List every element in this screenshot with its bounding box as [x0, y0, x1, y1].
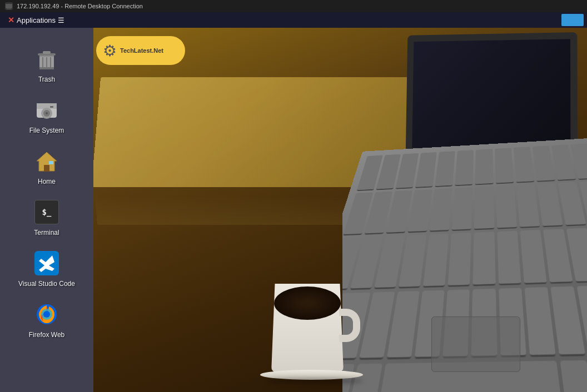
applications-menu[interactable]: ✕ Applications ☰: [3, 14, 69, 26]
sidebar-item-filesystem[interactable]: File System: [0, 90, 93, 141]
firefox-icon-container: [33, 301, 60, 328]
top-panel: ✕ Applications ☰: [0, 12, 587, 28]
filesystem-label: File System: [29, 127, 64, 134]
firefox-icon: [34, 302, 59, 326]
firefox-label: Firefox Web: [29, 331, 64, 339]
key: [524, 287, 555, 357]
trash-label: Trash: [38, 76, 55, 83]
home-icon-container: [33, 148, 60, 174]
svg-rect-20: [49, 161, 53, 164]
title-bar-app-icon: [4, 2, 13, 11]
sidebar-item-home[interactable]: Home: [0, 141, 93, 192]
title-bar: 172.190.192.49 - Remote Desktop Connecti…: [0, 0, 587, 12]
key: [495, 148, 514, 184]
title-bar-text: 172.190.192.49 - Remote Desktop Connecti…: [17, 3, 583, 9]
svg-point-15: [46, 112, 48, 114]
filesystem-icon-container: [33, 97, 60, 123]
key: [532, 145, 555, 182]
key: [455, 150, 474, 186]
sidebar-item-firefox[interactable]: Firefox Web: [0, 294, 93, 345]
cup-handle: [339, 309, 360, 342]
terminal-icon: $_: [34, 200, 59, 224]
sidebar-item-vscode[interactable]: Visual Studio Code: [0, 243, 93, 294]
vscode-icon-container: [33, 250, 60, 277]
key: [497, 231, 521, 285]
desktop-background[interactable]: ⚙ TechLatest.Net: [93, 28, 587, 392]
svg-rect-19: [44, 165, 49, 172]
svg-rect-16: [50, 106, 53, 108]
tech-logo-gear-icon: ⚙: [103, 42, 117, 60]
key: [435, 151, 455, 187]
svg-rect-1: [6, 4, 12, 8]
x-icon: ✕: [8, 16, 14, 24]
key: [513, 147, 534, 183]
key: [475, 149, 493, 185]
trash-icon-container: [33, 46, 60, 72]
laptop-screen: [406, 32, 578, 158]
terminal-prompt: $_: [42, 208, 52, 217]
vscode-icon: [34, 251, 59, 275]
terminal-icon-container: $_: [33, 199, 60, 225]
tech-logo: ⚙ TechLatest.Net: [96, 36, 188, 69]
sidebar-item-terminal[interactable]: $_ Terminal: [0, 192, 93, 243]
key: [452, 187, 472, 231]
key: [423, 234, 449, 288]
home-icon: [34, 149, 59, 173]
cup-shadow: [266, 378, 363, 384]
panel-right-indicator: [561, 14, 584, 26]
svg-rect-6: [43, 51, 51, 54]
sidebar-item-trash[interactable]: Trash: [0, 39, 93, 90]
menu-symbol: ☰: [58, 16, 64, 24]
trackpad: [431, 316, 520, 372]
key: [473, 232, 495, 286]
home-label: Home: [38, 178, 56, 185]
key: [560, 360, 587, 392]
sidebar: Trash File System: [0, 28, 93, 392]
key: [415, 152, 437, 188]
vscode-label: Visual Studio Code: [18, 280, 75, 288]
key: [448, 233, 471, 287]
trash-icon: [35, 47, 58, 71]
key: [474, 186, 494, 230]
svg-rect-2: [7, 8, 11, 9]
terminal-label: Terminal: [34, 229, 59, 237]
key: [430, 188, 452, 232]
key: [496, 185, 517, 229]
laptop-area: [342, 28, 587, 392]
applications-label: Applications: [17, 16, 56, 24]
cup-body: [271, 284, 344, 373]
filesystem-icon: [34, 98, 59, 122]
key: [516, 184, 540, 228]
svg-point-25: [43, 311, 50, 318]
tech-logo-text: TechLatest.Net: [120, 47, 163, 54]
key: [520, 230, 546, 285]
key: [408, 189, 432, 233]
coffee-cup-area: [249, 253, 366, 386]
coffee-surface: [274, 287, 341, 320]
svg-rect-10: [39, 67, 54, 69]
